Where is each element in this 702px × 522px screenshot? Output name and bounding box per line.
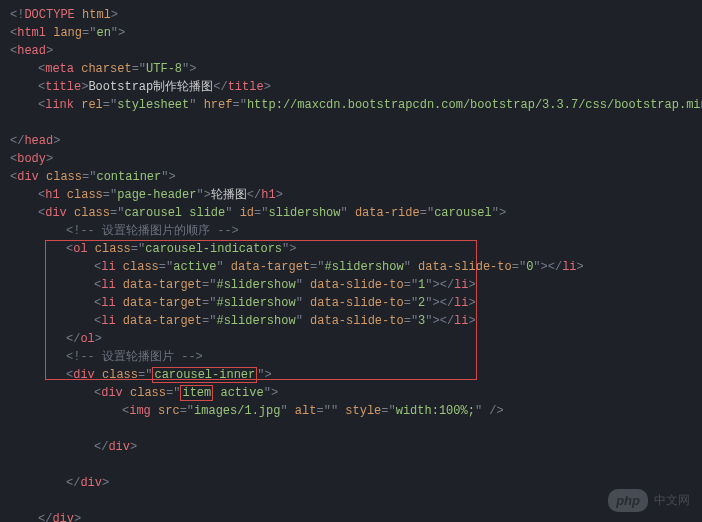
code-line: <!-- 设置轮播图片 --> xyxy=(10,348,692,366)
code-line: <html lang="en"> xyxy=(10,24,692,42)
code-line: <div class="container"> xyxy=(10,168,692,186)
code-line: </ol> xyxy=(10,330,692,348)
code-line: <ol class="carousel-indicators"> xyxy=(10,240,692,258)
code-line: <title>Bootstrap制作轮播图</title> xyxy=(10,78,692,96)
code-line: <body> xyxy=(10,150,692,168)
code-line: <!DOCTYPE html> xyxy=(10,6,692,24)
code-line: <div class="carousel-inner"> xyxy=(10,366,692,384)
code-line: <li data-target="#slidershow" data-slide… xyxy=(10,312,692,330)
code-line: <div class="carousel slide" id="slidersh… xyxy=(10,204,692,222)
code-line: <li data-target="#slidershow" data-slide… xyxy=(10,294,692,312)
code-line: </head> xyxy=(10,132,692,150)
code-line: </div> xyxy=(10,510,692,522)
code-line: <!-- 设置轮播图片的顺序 --> xyxy=(10,222,692,240)
highlight-inner-class: carousel-inner xyxy=(152,367,257,383)
code-line: <li data-target="#slidershow" data-slide… xyxy=(10,276,692,294)
code-line: <meta charset="UTF-8"> xyxy=(10,60,692,78)
code-line: <head> xyxy=(10,42,692,60)
code-line: </div> xyxy=(10,438,692,456)
highlight-item-class: item xyxy=(180,385,213,401)
code-line: <div class="item active"> xyxy=(10,384,692,402)
code-line: <link rel="stylesheet" href="http://maxc… xyxy=(10,96,692,114)
code-line: <li class="active" data-target="#sliders… xyxy=(10,258,692,276)
code-line: <img src="images/1.jpg" alt="" style="wi… xyxy=(10,402,692,420)
code-line: </div> xyxy=(10,474,692,492)
code-line: <h1 class="page-header">轮播图</h1> xyxy=(10,186,692,204)
